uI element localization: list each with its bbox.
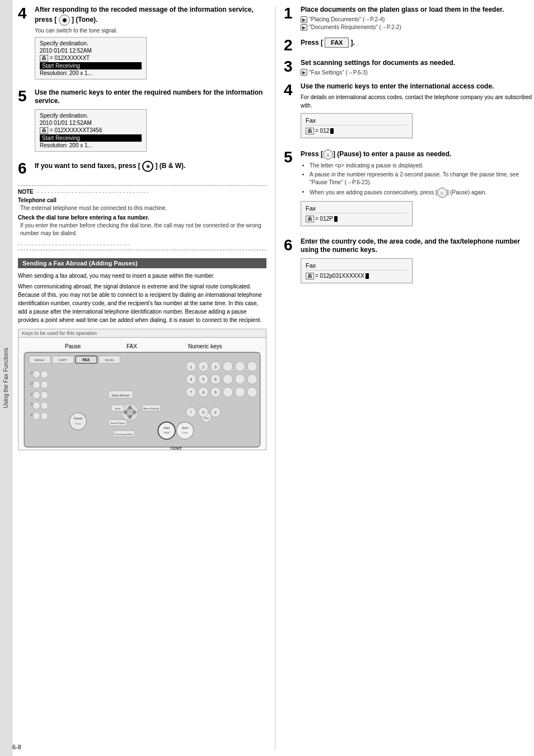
note-divider-bottom: - - - - - - - - - - - - - - - - - - - - … <box>18 241 266 250</box>
cursor-3 <box>366 273 369 279</box>
step-3-right: 3 Set scanning settings for documents as… <box>284 59 533 77</box>
svg-point-43 <box>32 391 40 399</box>
ref-text-3: "Fax Settings" (→P.6-3) <box>309 69 368 76</box>
fax-screen-1-value: 🖷 = 012 <box>306 128 407 134</box>
svg-point-50 <box>41 412 48 419</box>
svg-text:7: 7 <box>190 390 193 394</box>
screen-box-1: Specify destination. 2010 01/01 12:52AM … <box>35 37 147 80</box>
svg-text:FAX: FAX <box>82 358 90 362</box>
ref-text-2: "Documents Requirements" (→P.2-2) <box>309 24 401 30</box>
svg-text:Start: Start <box>170 445 182 450</box>
cursor-2 <box>334 216 338 222</box>
svg-point-37 <box>32 371 40 378</box>
ref-link-3: ▶ "Fax Settings" (→P.6-3) <box>301 69 533 76</box>
svg-text:3: 3 <box>214 365 217 368</box>
side-tab: Using the Fax Functions <box>0 0 12 756</box>
step-5-right-bullets: The letter <p> indicating a pause is dis… <box>305 162 533 198</box>
cursor-1 <box>330 128 334 134</box>
svg-text:1: 1 <box>190 365 193 368</box>
fax-screen-2-value: 🖷 = 012P <box>306 216 407 222</box>
screen-2-line-2: 2010 01/01 12:52AM <box>40 119 142 127</box>
ref-text-1: "Placing Documents" (→P.2-4) <box>309 16 385 22</box>
section-para1: When sending a fax abroad, you may need … <box>18 272 266 280</box>
fax-icon-2: 🖷 <box>40 127 48 134</box>
screen-2-line-3: 🖷 = 012XXXXXXT3456 <box>40 127 142 134</box>
svg-text:Color: Color <box>182 431 188 434</box>
svg-point-71 <box>176 422 194 439</box>
step-number-3-right: 3 <box>284 59 296 74</box>
step-number-6-left: 6 <box>18 161 30 176</box>
svg-point-68 <box>158 422 175 439</box>
note-item1-title: Telephone call <box>18 197 266 203</box>
screen-line-1: Specify destination. <box>40 40 142 47</box>
step-3-right-title: Set scanning settings for documents as n… <box>301 59 533 68</box>
pause-key-icon: ○ <box>323 150 333 160</box>
note-item2-text: If you enter the number before checking … <box>20 222 266 237</box>
note-dashes-bottom: - - - - - - - - - - - - - - - - - - - - … <box>18 241 129 248</box>
fax-icon-r2: 🖷 <box>306 216 314 222</box>
svg-text:#: # <box>214 410 217 414</box>
key-fax-label: FAX <box>127 343 137 349</box>
ref-link-2: ▶ "Documents Requirements" (→P.2-2) <box>301 24 533 31</box>
svg-point-15 <box>223 361 232 371</box>
step-4-right-title: Use the numeric keys to enter the intern… <box>301 82 533 91</box>
svg-point-47 <box>41 402 48 409</box>
svg-text:6: 6 <box>214 377 217 381</box>
fax-screen-3-value: 🖷 = 012p031XXXXXX <box>306 273 407 279</box>
step-2-right: 2 Press [FAX]. <box>284 38 533 53</box>
fax-screen-2: Fax 🖷 = 012P <box>301 201 413 226</box>
bullet-3: When you are adding pauses consecutively… <box>310 188 533 198</box>
screen-highlight-2: Start Receiving <box>40 134 142 142</box>
ref-arrow-2: ▶ <box>301 24 307 31</box>
note-item1-text: The external telephone must be connected… <box>20 204 266 212</box>
step-5-right-title: Press [○] (Pause) to enter a pause as ne… <box>301 150 533 160</box>
step-4-left-sub: You can switch to the tone signal. <box>35 27 266 34</box>
step-3-right-content: Set scanning settings for documents as n… <box>301 59 533 77</box>
section-para2: When communicating abroad, the signal di… <box>18 282 266 324</box>
note-header-label: NOTE <box>18 189 34 195</box>
fax-value-1: = 012 <box>315 128 329 134</box>
fax-screen-1-title: Fax <box>306 117 407 125</box>
step-5-right: 5 Press [○] (Pause) to enter a pause as … <box>284 150 533 232</box>
key-numeric-label: Numeric keys <box>188 343 222 349</box>
step-number-5-left: 5 <box>18 88 30 104</box>
svg-text:Stop: Stop <box>204 417 209 419</box>
fax-button: FAX <box>325 38 349 48</box>
svg-point-46 <box>32 402 40 409</box>
step-number-4-right: 4 <box>284 82 296 98</box>
svg-text:5: 5 <box>202 377 204 381</box>
svg-text:ID/FAX: ID/FAX <box>35 358 45 362</box>
svg-point-49 <box>32 412 40 419</box>
step-6-left: 6 If you want to send faxes, press [ ⊕ ]… <box>18 161 266 176</box>
svg-point-35 <box>247 387 257 396</box>
screen-value-2: = 012XXXXXXT3456 <box>50 127 102 133</box>
svg-text:4: 4 <box>190 377 193 381</box>
step-4-right: 4 Use the numeric keys to enter the inte… <box>284 82 533 144</box>
svg-text:Menu Settings: Menu Settings <box>143 407 160 409</box>
svg-text:9: 9 <box>214 390 217 394</box>
svg-text:Status Monitor/: Status Monitor/ <box>111 394 130 397</box>
svg-text:Back: Back <box>115 407 121 409</box>
svg-point-17 <box>247 361 257 371</box>
screen-value-1: = 012XXXXXXT <box>50 55 90 61</box>
screen-2-line-5: Resolution: 200 x 1... <box>40 142 142 149</box>
step-2-right-content: Press [FAX]. <box>301 38 533 49</box>
svg-point-33 <box>223 387 232 396</box>
star-key-icon: ✱ <box>59 15 70 26</box>
step-6-left-content: If you want to send faxes, press [ ⊕ ] (… <box>35 161 266 174</box>
svg-text:Processing/ Data: Processing/ Data <box>115 432 134 435</box>
fax-value-2: = 012P <box>315 216 333 222</box>
step-6-left-title: If you want to send faxes, press [ ⊕ ] (… <box>35 161 266 172</box>
svg-point-40 <box>32 381 40 388</box>
section-title: Sending a Fax Abroad (Adding Pauses) <box>22 260 138 267</box>
step-number-5-right: 5 <box>284 150 296 165</box>
svg-point-44 <box>41 391 48 399</box>
step-5-right-content: Press [○] (Pause) to enter a pause as ne… <box>301 150 533 232</box>
svg-text:Pause: Pause <box>74 417 82 420</box>
pause-key-icon-2: ○ <box>437 188 447 198</box>
fax-value-3: = 012p031XXXXXX <box>315 273 364 279</box>
screen-line-2: 2010 01/01 12:52AM <box>40 47 142 54</box>
svg-point-25 <box>235 374 245 384</box>
note-divider-top: NOTE - - - - - - - - - - - - - - - - - -… <box>18 185 266 195</box>
step-5-left: 5 Use the numeric keys to enter the requ… <box>18 88 266 155</box>
